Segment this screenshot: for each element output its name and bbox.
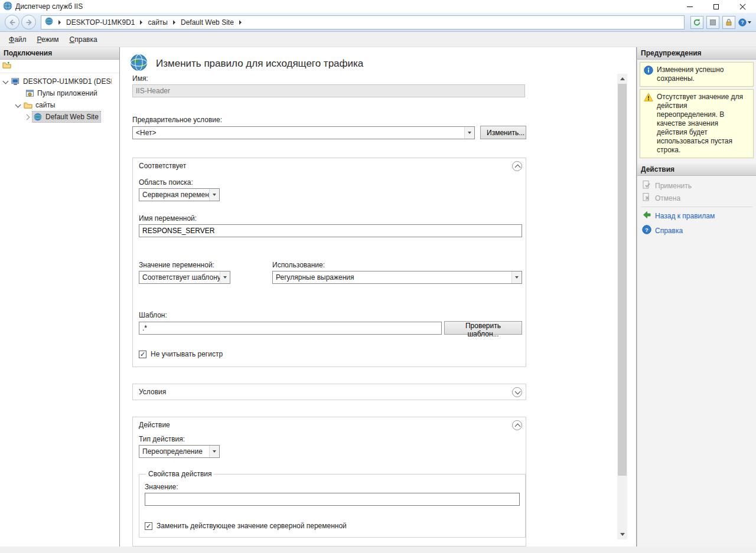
chevron-right-icon[interactable] xyxy=(239,20,242,25)
scrollbar-thumb[interactable] xyxy=(618,84,627,476)
collapse-up-icon[interactable] xyxy=(512,420,522,430)
minimize-button[interactable] xyxy=(676,0,703,13)
lock-button[interactable] xyxy=(722,16,735,29)
action-type-select[interactable]: Переопределение xyxy=(139,445,220,458)
menu-file[interactable]: Файл xyxy=(4,32,32,47)
arrow-down-icon xyxy=(620,533,625,536)
cancel-label: Отмена xyxy=(655,194,680,202)
actions-header: Действия xyxy=(637,163,756,176)
close-button[interactable] xyxy=(729,0,756,13)
maximize-button[interactable] xyxy=(703,0,729,13)
name-field xyxy=(132,84,525,97)
back-green-arrow-icon xyxy=(642,210,651,221)
apply-label: Применить xyxy=(655,182,692,190)
tree-item-server[interactable]: DESKTOP-U1MK9D1 (DESKTOP xyxy=(0,76,119,87)
chevron-right-icon[interactable] xyxy=(140,20,142,25)
back-to-rules-label: Назад к правилам xyxy=(655,212,715,220)
chevron-down-icon[interactable] xyxy=(15,103,20,107)
variable-name-label: Имя переменной: xyxy=(139,214,522,222)
refresh-icon xyxy=(693,18,701,27)
scope-label: Область поиска: xyxy=(139,178,522,186)
tree-item-app-pools[interactable]: Пулы приложений xyxy=(0,87,119,99)
collapse-up-icon[interactable] xyxy=(512,161,522,171)
alerts-header: Предупреждения xyxy=(637,47,756,60)
vertical-scrollbar[interactable] xyxy=(617,74,627,539)
svg-text:?: ? xyxy=(645,227,649,233)
lock-icon xyxy=(725,18,733,27)
cancel-action: Отмена xyxy=(640,192,754,204)
edit-precondition-button[interactable]: Изменить... xyxy=(480,126,526,139)
pattern-field[interactable] xyxy=(139,322,442,335)
help-icon: ? xyxy=(642,225,651,236)
breadcrumb-item-sites[interactable]: сайты xyxy=(148,18,168,27)
collapse-down-icon[interactable] xyxy=(512,387,522,397)
cancel-icon xyxy=(642,192,651,204)
pattern-label: Шаблон: xyxy=(139,311,522,319)
scope-select[interactable]: Серверная переменн xyxy=(139,188,220,201)
iis-manager-window: Диспетчер служб IIS DESKTOP-U1MK9D1 сайт… xyxy=(0,0,756,547)
warning-text: Отсутствует значение для действия переоп… xyxy=(657,93,750,155)
help-button[interactable]: ? xyxy=(738,16,751,29)
back-to-rules-link[interactable]: Назад к правилам xyxy=(640,210,754,222)
warning-alert: Отсутствует значение для действия переоп… xyxy=(640,89,754,158)
chevron-down-icon xyxy=(220,271,230,283)
stop-button[interactable] xyxy=(706,16,719,29)
app-globe-icon xyxy=(3,1,12,12)
back-arrow-icon xyxy=(8,18,17,27)
chevron-down-icon xyxy=(209,446,219,457)
back-button[interactable] xyxy=(5,15,19,30)
menu-view[interactable]: Режим xyxy=(32,32,64,47)
chevron-right-icon[interactable] xyxy=(25,114,30,119)
variable-value-select[interactable]: Соответствует шаблону xyxy=(139,271,230,284)
stop-icon xyxy=(709,19,716,26)
using-select[interactable]: Регулярные выражения xyxy=(272,271,522,284)
forward-button[interactable] xyxy=(21,15,36,30)
selected-tree-item[interactable]: Default Web Site xyxy=(32,112,100,122)
computer-icon xyxy=(11,77,20,86)
info-alert: Изменения успешно сохранены. xyxy=(640,62,754,87)
ignore-case-checkbox[interactable]: ✓ xyxy=(139,351,146,358)
test-pattern-button[interactable]: Проверить шаблон... xyxy=(444,321,522,335)
action-section: Действие Тип действия: Переопределение С… xyxy=(132,417,526,547)
create-connection-icon[interactable] xyxy=(2,61,11,71)
maximize-icon xyxy=(713,4,719,9)
info-text: Изменения успешно сохранены. xyxy=(657,66,750,83)
tree-item-sites[interactable]: сайты xyxy=(0,99,119,111)
window-title: Диспетчер служб IIS xyxy=(15,2,83,11)
match-section: Соответствует Область поиска: Серверная … xyxy=(132,158,526,367)
connections-panel: Подключения DESKTOP-U1MK9D1 (DESKTOP xyxy=(0,47,120,547)
help-link[interactable]: ? Справка xyxy=(640,224,754,237)
action-properties-group: Свойства действия Значение: ✓ Заменить д… xyxy=(139,470,526,538)
action-section-header[interactable]: Действие xyxy=(133,417,526,433)
menu-help[interactable]: Справка xyxy=(64,32,103,47)
app-pools-icon xyxy=(25,89,34,98)
variable-name-field[interactable] xyxy=(139,224,522,237)
arrow-up-icon xyxy=(620,77,625,80)
breadcrumb-item-default-web-site[interactable]: Default Web Site xyxy=(181,18,234,27)
using-label: Использование: xyxy=(272,261,522,269)
scroll-up-button[interactable] xyxy=(617,74,627,84)
precondition-select[interactable]: <Нет> xyxy=(132,126,475,139)
chevron-right-icon[interactable] xyxy=(173,20,175,25)
apply-icon xyxy=(642,180,651,191)
connections-tree: DESKTOP-U1MK9D1 (DESKTOP Пулы приложений… xyxy=(0,73,119,123)
forward-arrow-icon xyxy=(25,18,33,27)
chevron-down-icon[interactable] xyxy=(3,79,8,84)
breadcrumb-item-server[interactable]: DESKTOP-U1MK9D1 xyxy=(66,18,135,27)
value-field[interactable] xyxy=(145,493,520,506)
conditions-section-header[interactable]: Условия xyxy=(133,384,526,400)
value-label: Значение: xyxy=(145,483,520,491)
replace-value-label: Заменить действующее значение серверной … xyxy=(157,522,347,530)
tree-item-default-web-site[interactable]: Default Web Site xyxy=(0,111,119,123)
match-section-title: Соответствует xyxy=(139,162,186,170)
tree-label-server: DESKTOP-U1MK9D1 (DESKTOP xyxy=(23,77,112,86)
match-section-header[interactable]: Соответствует xyxy=(133,158,526,174)
chevron-right-icon[interactable] xyxy=(58,20,61,25)
chevron-down-icon xyxy=(209,189,219,201)
separator xyxy=(641,207,752,207)
scroll-down-button[interactable] xyxy=(617,529,627,539)
replace-value-checkbox[interactable]: ✓ xyxy=(145,522,152,530)
chevron-down-icon xyxy=(748,21,751,24)
menu-bar: Файл Режим Справка xyxy=(0,32,756,47)
refresh-button[interactable] xyxy=(690,16,703,29)
